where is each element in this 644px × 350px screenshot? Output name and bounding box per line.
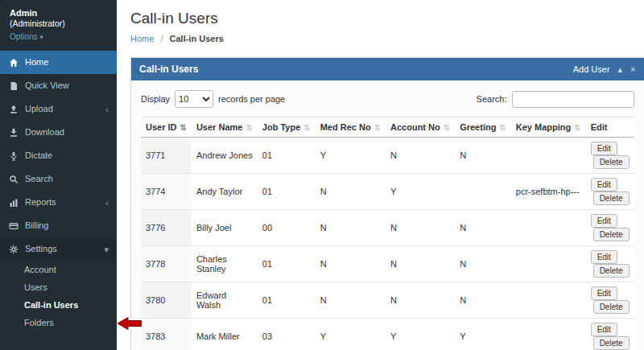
cell-actions: EditDelete [586, 174, 634, 210]
cell-greeting: N [455, 138, 511, 174]
col-header-account-no[interactable]: Account No⇅ [386, 117, 455, 138]
call-in-users-panel: Call-in Users Add User ▴ × Display 10 re… [130, 57, 644, 350]
cell-med-rec-no: Y [316, 138, 386, 174]
submenu-item-folders[interactable]: Folders [0, 314, 117, 331]
cell-account-no: Y [386, 174, 455, 210]
table-row: 3774 Andy Taylor 01 N Y pcr-sefbtm-hp---… [141, 174, 634, 210]
panel-body: Display 10 records per page Search: [131, 80, 644, 350]
sidebar-menu: Home Quick View Upload ‹ Download [0, 51, 117, 261]
cell-user-name: Billy Joel [192, 210, 258, 246]
download-icon [8, 128, 19, 138]
table-row: 3783 Mark Miller 03 Y Y Y EditDelete [141, 319, 634, 350]
add-user-button[interactable]: Add User [573, 64, 610, 74]
col-header-greeting[interactable]: Greeting⇅ [455, 117, 511, 138]
cell-actions: EditDelete [586, 282, 634, 319]
submenu-item-account[interactable]: Account [0, 261, 117, 278]
cell-user-id: 3776 [141, 210, 192, 246]
edit-button[interactable]: Edit [591, 286, 617, 300]
cell-actions: EditDelete [586, 210, 634, 246]
delete-button[interactable]: Delete [593, 228, 630, 241]
search-icon [8, 175, 19, 184]
sort-icon: ⇅ [303, 123, 310, 132]
cell-account-no: N [386, 210, 455, 246]
delete-button[interactable]: Delete [593, 336, 630, 350]
sort-icon: ⇅ [444, 123, 450, 132]
cell-job-type: 03 [258, 319, 316, 350]
col-header-edit: Edit [586, 117, 634, 138]
sort-icon: ⇅ [574, 123, 580, 132]
sidebar-item-label: Search [25, 174, 53, 184]
submenu-item-call-in-users[interactable]: Call-in Users [0, 296, 117, 314]
cell-key-mapping [511, 319, 586, 350]
sidebar-item-label: Billing [25, 220, 48, 231]
cell-med-rec-no: N [316, 210, 386, 246]
delete-button[interactable]: Delete [593, 191, 630, 205]
col-header-user-name[interactable]: User Name⇅ [192, 117, 258, 138]
cell-med-rec-no: N [316, 282, 386, 319]
chevron-left-icon: ‹ [105, 105, 109, 113]
cell-med-rec-no: N [316, 174, 386, 210]
search-input[interactable] [512, 91, 634, 108]
sidebar-item-search[interactable]: Search [0, 167, 117, 191]
delete-button[interactable]: Delete [593, 155, 630, 169]
page-title: Call-in Users [130, 10, 644, 27]
cell-med-rec-no: Y [316, 319, 386, 350]
cell-job-type: 01 [258, 282, 316, 319]
cell-account-no: Y [386, 319, 455, 350]
search-label: Search: [477, 94, 507, 104]
user-name: Admin [10, 8, 107, 19]
search-control: Search: [477, 91, 634, 108]
sidebar-item-download[interactable]: Download [0, 121, 117, 144]
sort-icon: ⇅ [374, 123, 381, 132]
panel-header: Call-in Users Add User ▴ × [131, 58, 644, 80]
sidebar-item-quick-view[interactable]: Quick View [0, 74, 117, 97]
options-dropdown[interactable]: Options ▾ [10, 32, 43, 41]
sidebar-item-label: Download [25, 127, 64, 138]
sidebar-item-reports[interactable]: Reports ‹ [0, 191, 117, 214]
collapse-icon[interactable]: ▴ [618, 65, 623, 74]
cell-actions: EditDelete [586, 246, 634, 282]
file-icon [8, 81, 19, 91]
cell-greeting: N [455, 282, 511, 319]
page-size-select[interactable]: 10 [175, 90, 213, 108]
bar-chart-icon [8, 198, 19, 208]
sidebar-item-settings[interactable]: Settings ▾ [0, 237, 117, 261]
sidebar-item-upload[interactable]: Upload ‹ [0, 97, 117, 121]
col-header-key-mapping[interactable]: Key Mapping⇅ [511, 117, 586, 138]
breadcrumb-home-link[interactable]: Home [130, 34, 154, 43]
sort-icon: ⇅ [246, 123, 252, 132]
edit-button[interactable]: Edit [591, 250, 617, 264]
table-row: 3771 Andrew Jones 01 Y N N EditDelete [141, 138, 634, 174]
gear-icon [8, 245, 19, 254]
delete-button[interactable]: Delete [593, 300, 630, 314]
col-header-user-id[interactable]: User ID⇅ [141, 117, 192, 138]
cell-key-mapping: pcr-sefbtm-hp--- [511, 174, 586, 210]
sidebar-item-label: Dictate [25, 150, 52, 161]
edit-button[interactable]: Edit [591, 214, 617, 228]
sidebar-item-billing[interactable]: Billing [0, 214, 117, 237]
cell-account-no: N [386, 246, 455, 282]
cell-user-name: Charles Stanley [192, 246, 258, 282]
submenu-item-users[interactable]: Users [0, 278, 117, 296]
cell-actions: EditDelete [586, 138, 634, 174]
cell-job-type: 01 [258, 246, 316, 282]
col-header-job-type[interactable]: Job Type⇅ [258, 117, 316, 138]
edit-button[interactable]: Edit [591, 178, 617, 191]
sidebar-item-dictate[interactable]: Dictate [0, 144, 117, 167]
table-row: 3776 Billy Joel 00 N N N EditDelete [141, 210, 634, 246]
close-icon[interactable]: × [630, 65, 635, 74]
cell-actions: EditDelete [586, 319, 634, 350]
cell-job-type: 00 [258, 210, 316, 246]
cell-key-mapping [511, 246, 586, 282]
caret-down-icon: ▾ [39, 33, 43, 41]
billing-icon [8, 221, 19, 231]
edit-button[interactable]: Edit [591, 323, 617, 336]
col-header-med-rec-no[interactable]: Med Rec No⇅ [316, 117, 386, 138]
upload-icon [8, 105, 19, 114]
edit-button[interactable]: Edit [591, 142, 617, 155]
sidebar-item-home[interactable]: Home [0, 51, 117, 74]
cell-greeting: Y [455, 319, 511, 350]
user-role: (Administrator) [10, 19, 107, 29]
delete-button[interactable]: Delete [593, 264, 630, 278]
user-block: Admin (Administrator) Options ▾ [0, 0, 117, 46]
